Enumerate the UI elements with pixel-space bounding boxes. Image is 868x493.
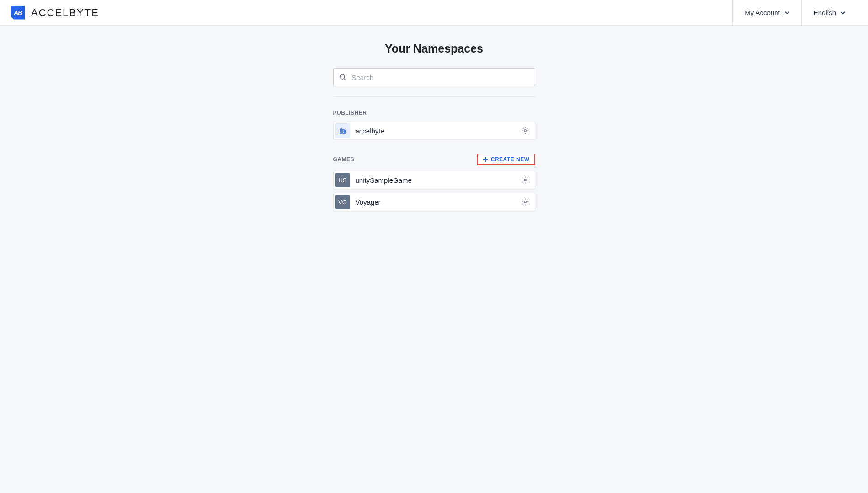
app-header: AB ACCELBYTE My Account English bbox=[0, 0, 868, 26]
create-new-label: CREATE NEW bbox=[491, 156, 530, 163]
plus-icon bbox=[483, 157, 488, 162]
svg-point-0 bbox=[340, 74, 345, 79]
chevron-down-icon bbox=[785, 11, 789, 15]
games-section-header: GAMES CREATE NEW bbox=[333, 154, 535, 165]
main-content: Your Namespaces PUBLISHER bbox=[0, 26, 868, 225]
publisher-section-label: PUBLISHER bbox=[333, 110, 367, 116]
language-label: English bbox=[814, 9, 836, 16]
my-account-label: My Account bbox=[745, 9, 780, 16]
gear-icon[interactable] bbox=[521, 198, 529, 206]
search-box[interactable] bbox=[333, 68, 535, 86]
games-section-label: GAMES bbox=[333, 156, 355, 163]
header-right: My Account English bbox=[732, 0, 857, 26]
building-icon bbox=[335, 123, 350, 138]
page-title: Your Namespaces bbox=[385, 42, 483, 55]
create-new-button[interactable]: CREATE NEW bbox=[477, 154, 535, 165]
search-icon bbox=[339, 74, 346, 81]
games-section: GAMES CREATE NEW US unitySampleGame bbox=[333, 154, 535, 211]
divider bbox=[333, 96, 535, 97]
svg-point-3 bbox=[524, 201, 526, 203]
gear-icon[interactable] bbox=[521, 127, 529, 135]
brand-logo[interactable]: AB ACCELBYTE bbox=[11, 6, 99, 20]
language-dropdown[interactable]: English bbox=[801, 0, 857, 26]
brand-mark-icon: AB bbox=[11, 6, 25, 20]
publisher-section-header: PUBLISHER bbox=[333, 110, 535, 116]
namespace-name: accelbyte bbox=[356, 127, 516, 135]
game-abbr-badge: VO bbox=[335, 195, 350, 209]
namespace-card-game[interactable]: US unitySampleGame bbox=[333, 171, 535, 189]
content-column: PUBLISHER accelbyte bbox=[333, 68, 535, 225]
my-account-dropdown[interactable]: My Account bbox=[732, 0, 801, 26]
namespace-name: unitySampleGame bbox=[356, 176, 516, 184]
chevron-down-icon bbox=[841, 11, 845, 15]
svg-point-2 bbox=[524, 179, 526, 181]
namespace-card-publisher[interactable]: accelbyte bbox=[333, 122, 535, 140]
namespace-name: Voyager bbox=[356, 198, 516, 206]
namespace-card-game[interactable]: VO Voyager bbox=[333, 193, 535, 211]
svg-point-1 bbox=[524, 130, 526, 132]
search-input[interactable] bbox=[352, 74, 529, 81]
publisher-section: PUBLISHER accelbyte bbox=[333, 110, 535, 140]
brand-text: ACCELBYTE bbox=[31, 7, 99, 19]
game-abbr-badge: US bbox=[335, 173, 350, 187]
gear-icon[interactable] bbox=[521, 176, 529, 184]
